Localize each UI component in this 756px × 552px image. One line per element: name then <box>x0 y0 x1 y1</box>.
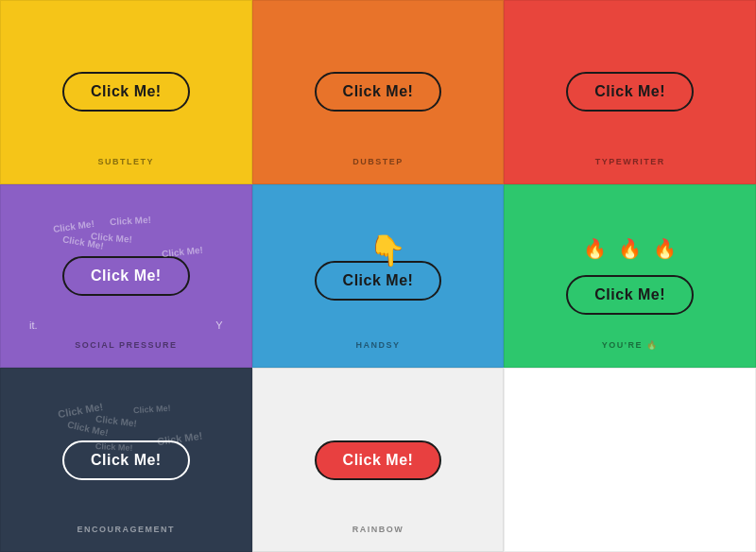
cell-label-youre: YOU'RE 🔥 <box>602 340 659 350</box>
click-button-typewriter[interactable]: Click Me! <box>566 72 694 112</box>
click-button-rainbow[interactable]: Click Me! <box>315 440 442 480</box>
click-button-social-pressure[interactable]: Click Me! <box>62 256 190 296</box>
social-sub-right: Y <box>215 319 222 331</box>
click-button-subtlety[interactable]: Click Me! <box>62 72 190 112</box>
cell-youre: 🔥 🔥 🔥 Click Me! YOU'RE 🔥 <box>504 184 756 369</box>
social-sub-left: it. <box>29 319 38 331</box>
fire-emoji-3: 🔥 <box>653 237 677 260</box>
cell-typewriter: Click Me! TYPEWRITER <box>504 0 756 184</box>
fire-emoji-1: 🔥 <box>583 237 607 260</box>
cell-label-encouragement: ENCOURAGEMENT <box>77 525 176 534</box>
hand-cursor-icon: 👇 <box>369 233 406 268</box>
click-button-youre[interactable]: Click Me! <box>566 275 694 315</box>
cell-social-pressure: Click Me! Click Me! Click Me! Click Me! … <box>0 184 252 369</box>
cell-label-subtlety: SUBTLETY <box>98 157 155 166</box>
click-button-dubstep[interactable]: Click Me! <box>315 72 442 112</box>
cell-label-rainbow: RAINBOW <box>352 525 404 534</box>
cell-label-social-pressure: SOCIAL PRESSURE <box>75 340 177 350</box>
ghost-text-1: Click Me! <box>52 218 94 234</box>
cell-empty <box>504 368 756 552</box>
cell-subtlety: Click Me! SUBTLETY <box>0 0 252 184</box>
cell-encouragement: Click Me! Click Me! Click Me! Click Me! … <box>0 368 252 552</box>
emoji-row: 🔥 🔥 🔥 <box>583 237 677 260</box>
main-grid: Click Me! SUBTLETY Click Me! DUBSTEP Cli… <box>0 0 756 552</box>
cell-rainbow: Click Me! RAINBOW <box>252 368 505 552</box>
cell-label-handsy: HANDSY <box>355 340 400 350</box>
cell-label-dubstep: DUBSTEP <box>352 157 404 166</box>
ghost-text-5: Click Me! <box>162 244 204 259</box>
enc-ghost-3: Click Me! <box>133 404 171 416</box>
cell-dubstep: Click Me! DUBSTEP <box>252 0 505 184</box>
fire-emoji-2: 🔥 <box>618 237 642 260</box>
cell-handsy: 👇 Click Me! HANDSY <box>252 184 505 369</box>
cell-label-typewriter: TYPEWRITER <box>595 157 665 166</box>
ghost-text-3: Click Me! <box>110 215 151 227</box>
